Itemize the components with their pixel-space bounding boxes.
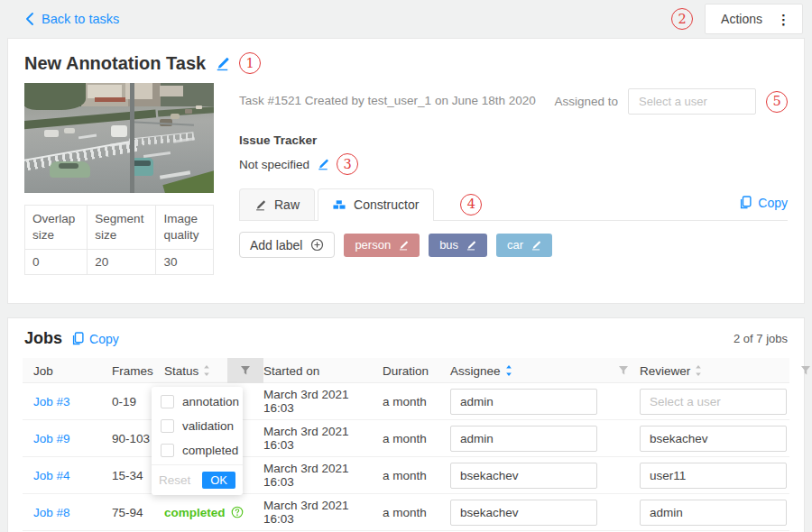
- tab-constructor[interactable]: Constructor: [318, 188, 434, 220]
- preview-shape: [59, 163, 78, 169]
- preview-shape: [130, 83, 134, 193]
- copy-icon: [739, 196, 752, 209]
- preview-shape: [196, 105, 202, 109]
- job-row: Job #4 15-34 March 3rd 2021 16:03 a mont…: [23, 457, 789, 494]
- preview-shape: [78, 134, 97, 139]
- task-preview-image: [24, 83, 214, 193]
- tab-raw[interactable]: Raw: [239, 188, 315, 220]
- labels-tabs-bar: Raw Constructor 4 Copy: [239, 188, 788, 221]
- task-parameters-table: Overlap size Segment size Image quality …: [24, 205, 214, 275]
- jobs-table-header: Job Frames Status Started on Duration As…: [23, 358, 789, 383]
- job-duration: a month: [383, 432, 450, 445]
- job-link[interactable]: Job #3: [33, 395, 112, 408]
- job-link[interactable]: Job #8: [33, 506, 112, 519]
- label-bus-name: bus: [439, 238, 458, 252]
- task-right-column: Task #1521 Created by test_user_1 on Jun…: [239, 83, 788, 275]
- jobs-count: 2 of 7 jobs: [734, 332, 788, 345]
- annotation-marker-5: 5: [766, 91, 788, 113]
- back-to-tasks-label: Back to tasks: [42, 12, 119, 26]
- job-assignee-input[interactable]: [450, 426, 597, 452]
- label-tag-person[interactable]: person: [344, 234, 420, 257]
- task-title: New Annotation Task: [24, 53, 206, 74]
- col-reviewer-label: Reviewer: [640, 364, 690, 378]
- param-header-segment: Segment size: [88, 206, 156, 250]
- col-frames: Frames: [112, 364, 164, 378]
- job-reviewer-input[interactable]: [640, 389, 787, 415]
- edit-label-icon[interactable]: [466, 240, 476, 251]
- label-car-name: car: [507, 238, 523, 252]
- filter-option-completed[interactable]: completed: [152, 438, 243, 463]
- job-reviewer-input[interactable]: [640, 426, 787, 452]
- jobs-copy-label: Copy: [89, 332, 119, 346]
- job-reviewer-input[interactable]: [640, 463, 787, 489]
- job-assignee-input[interactable]: [450, 389, 597, 415]
- checkbox-icon[interactable]: [161, 419, 174, 433]
- sort-carets-icon[interactable]: [695, 364, 702, 377]
- job-link[interactable]: Job #4: [33, 469, 112, 482]
- job-link[interactable]: Job #9: [33, 432, 112, 445]
- tab-raw-label: Raw: [274, 197, 300, 212]
- add-label-button[interactable]: Add label: [239, 232, 335, 258]
- preview-shape: [24, 83, 86, 110]
- reviewer-filter-button[interactable]: [800, 365, 812, 376]
- label-person-name: person: [355, 238, 391, 252]
- status-filter-button[interactable]: [227, 358, 263, 383]
- edit-task-name-icon[interactable]: [215, 56, 230, 71]
- filter-reset-button[interactable]: Reset: [159, 473, 190, 487]
- preview-shape: [171, 114, 180, 119]
- edit-label-icon[interactable]: [531, 240, 541, 251]
- filter-option-label: annotation: [182, 395, 239, 408]
- task-meta-text: Task #1521 Created by test_user_1 on Jun…: [239, 88, 536, 107]
- preview-shape: [160, 86, 183, 96]
- checkbox-icon[interactable]: [161, 395, 174, 408]
- topbar-right: 2 Actions ⋮: [671, 4, 803, 34]
- actions-button[interactable]: Actions ⋮: [705, 4, 803, 34]
- preview-shape: [88, 85, 122, 98]
- pencil-icon: [254, 199, 266, 211]
- labels-copy-button[interactable]: Copy: [739, 196, 788, 214]
- label-tag-bus[interactable]: bus: [429, 234, 487, 257]
- job-status: completed: [164, 506, 227, 519]
- preview-shape: [111, 125, 127, 137]
- filter-ok-button[interactable]: OK: [202, 472, 235, 489]
- add-label-label: Add label: [250, 238, 302, 252]
- question-circle-icon[interactable]: [231, 506, 244, 518]
- issue-tracker-value: Not specified: [239, 158, 309, 171]
- sort-carets-icon[interactable]: [203, 364, 210, 377]
- job-assignee-input[interactable]: [450, 500, 597, 526]
- col-assignee-label: Assignee: [450, 364, 501, 378]
- col-reviewer[interactable]: Reviewer: [640, 364, 800, 378]
- preview-shape: [129, 132, 195, 146]
- job-reviewer-input[interactable]: [640, 500, 787, 526]
- edit-issue-tracker-icon[interactable]: [317, 158, 329, 170]
- back-to-tasks-link[interactable]: Back to tasks: [25, 12, 119, 26]
- task-assignee-input[interactable]: [628, 88, 756, 115]
- job-started: March 3rd 2021 16:03: [263, 462, 383, 489]
- label-tag-car[interactable]: car: [496, 234, 552, 257]
- filter-option-validation[interactable]: validation: [152, 414, 243, 438]
- constructor-icon: [333, 199, 346, 210]
- job-started: March 3rd 2021 16:03: [263, 388, 383, 415]
- job-assignee-input[interactable]: [450, 463, 597, 489]
- job-started: March 3rd 2021 16:03: [263, 499, 383, 526]
- col-assignee[interactable]: Assignee: [450, 364, 606, 378]
- param-value-segment: 20: [88, 250, 156, 275]
- job-started: March 3rd 2021 16:03: [263, 425, 383, 452]
- top-bar: Back to tasks 2 Actions ⋮: [0, 0, 812, 38]
- jobs-copy-button[interactable]: Copy: [71, 332, 119, 346]
- checkbox-icon[interactable]: [161, 444, 174, 457]
- sort-carets-icon-active[interactable]: [505, 364, 512, 377]
- job-row: Job #3 0-19 March 3rd 2021 16:03 a month: [23, 383, 789, 420]
- col-status[interactable]: Status: [164, 364, 227, 378]
- edit-label-icon[interactable]: [398, 240, 409, 251]
- col-duration: Duration: [383, 364, 450, 378]
- actions-label: Actions: [721, 12, 762, 26]
- param-value-overlap: 0: [25, 250, 88, 275]
- tab-constructor-label: Constructor: [354, 197, 419, 212]
- job-duration: a month: [383, 395, 450, 408]
- assignee-filter-button[interactable]: [606, 358, 640, 383]
- jobs-card: Jobs Copy 2 of 7 jobs Job Frames Status …: [7, 317, 805, 532]
- filter-option-annotation[interactable]: annotation: [152, 390, 243, 414]
- filter-funnel-icon: [618, 365, 629, 376]
- plus-circle-icon: [310, 238, 324, 252]
